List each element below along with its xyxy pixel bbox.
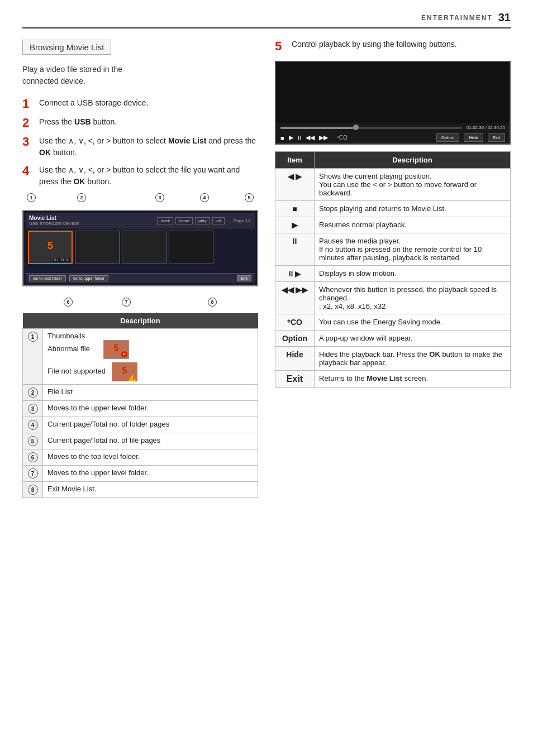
ml-page: Page 1/1 [234, 218, 251, 223]
desc-cell: Resumes normal playback. [315, 217, 511, 233]
table-row: 2 File List [23, 385, 258, 401]
step-3: 3 Use the ∧, ∨, <, or > button to select… [22, 135, 258, 159]
row-num: 6 [23, 449, 43, 466]
table-row: Option A pop-up window will appear. [275, 331, 511, 347]
ann-3: 3 [155, 193, 164, 202]
step-5-num: 5 [275, 40, 287, 53]
item-description-table: Item Description ◀ ▶ Shows the current p… [275, 151, 511, 388]
ann-5: 5 [245, 193, 254, 202]
row-desc: Thumbnails Abnormal file 5 ✕ File not su… [43, 329, 258, 385]
item-cell: ᵉCO [275, 314, 315, 331]
table-row: Hide Hides the playback bar. Press the O… [275, 347, 511, 371]
item-cell: ▶ [275, 217, 315, 233]
player-eco-btn[interactable]: ᵉCO [337, 135, 348, 141]
desc-cell: Displays in slow motion. [315, 266, 511, 282]
intro-text: Play a video file stored in the connecte… [22, 64, 258, 87]
desc-cell: Shows the current playing position.You c… [315, 169, 511, 201]
col-item: Item [275, 152, 315, 169]
item-cell: II ▶ [275, 266, 315, 282]
step-5: 5 Control playback by using the followin… [275, 40, 511, 53]
top-annotations: 1 2 3 4 5 [22, 193, 258, 203]
player-exit-btn[interactable]: Exit [488, 133, 505, 142]
ml-body: 5 01:30:10 [26, 228, 255, 273]
player-time: 01:02:30 / 02:30:25 [467, 125, 505, 130]
description-table: Description 1 Thumbnails Abnormal file 5… [22, 313, 258, 498]
ann-8: 8 [208, 298, 217, 307]
ml-tabs: back close play vid [157, 217, 225, 224]
thumb-abnormal: 5 ✕ [103, 340, 129, 359]
item-table-body: ◀ ▶ Shows the current playing position.Y… [275, 169, 511, 388]
item-cell: Option [275, 331, 315, 347]
player-pause-btn[interactable]: II [298, 135, 301, 141]
item-cell: II [275, 233, 315, 266]
ml-tab-back: back [157, 217, 173, 224]
ann-1: 1 [27, 193, 36, 202]
table-row: 1 Thumbnails Abnormal file 5 ✕ File not … [23, 329, 258, 385]
step-5-text: Control playback by using the following … [292, 40, 457, 49]
player-bottom-bar: ■ ▶ II ◀◀ ▶▶ ᵉCO Option Hide Exit [276, 132, 510, 143]
ml-thumb-time: 01:30:10 [53, 258, 70, 262]
row-num: 5 [23, 433, 43, 449]
ann-6: 6 [64, 298, 73, 307]
ml-btn-goto-next[interactable]: Go to next folder [29, 275, 66, 281]
main-content: Browsing Movie List Play a video file st… [22, 40, 511, 498]
movie-list-ui: Movie List USB STORAGE DEVICE back close… [22, 210, 258, 286]
player-hide-btn[interactable]: Hide [464, 133, 483, 142]
ml-thumb-2 [75, 231, 120, 264]
page-header: ENTERTAINMENT 31 [22, 11, 511, 28]
step-2-text: Press the USB button. [39, 116, 117, 128]
player-ffw-btn[interactable]: ▶▶ [319, 134, 328, 141]
step-1-num: 1 [22, 97, 35, 111]
player-progress-thumb [353, 125, 359, 130]
section-label: ENTERTAINMENT [421, 14, 493, 22]
player-screen [276, 62, 510, 123]
step-4-text: Use the ∧, ∨, <, or > button to select t… [39, 164, 258, 188]
player-option-btn[interactable]: Option [436, 133, 460, 142]
item-cell: Hide [275, 347, 315, 371]
player-play-btn[interactable]: ▶ [289, 134, 293, 141]
desc-cell: You can use the Energy Saving mode. [315, 314, 511, 331]
ann-2: 2 [77, 193, 86, 202]
ann-4: 4 [200, 193, 209, 202]
thumb-not-supported: 5 ! [112, 362, 137, 381]
table-row: 8 Exit Movie List. [23, 482, 258, 498]
row-desc: File List [43, 385, 258, 401]
item-cell: ◀◀ ▶▶ [275, 282, 315, 314]
table-row: 6 Moves to the top level folder. [23, 449, 258, 466]
row-num: 2 [23, 385, 43, 401]
ml-thumb-3 [122, 231, 166, 264]
player-progress-fill [280, 127, 353, 129]
row-desc: Current page/Total no. of folder pages [43, 417, 258, 433]
col-desc: Description [315, 152, 511, 169]
desc-cell: Hides the playback bar. Press the OK but… [315, 347, 511, 371]
player-stop-btn[interactable]: ■ [280, 135, 284, 141]
page-number: 31 [498, 11, 511, 24]
item-cell: Exit [275, 371, 315, 388]
desc-cell: Pauses the media player.If no button is … [315, 233, 511, 266]
table-row: 4 Current page/Total no. of folder pages [23, 417, 258, 433]
ml-btn-goto-upper[interactable]: Go to upper folder [69, 275, 108, 281]
row-num: 8 [23, 482, 43, 498]
ml-btn-exit[interactable]: Exit [237, 275, 251, 281]
row-num: 4 [23, 417, 43, 433]
ml-thumb-selected: 5 01:30:10 [28, 231, 73, 264]
row-desc: Moves to the upper level folder. [43, 401, 258, 417]
row-desc: Moves to the top level folder. [43, 449, 258, 466]
ml-tab-vid: vid [212, 217, 225, 224]
step-4-num: 4 [22, 164, 35, 178]
item-cell: ◀ ▶ [275, 169, 315, 201]
ml-tab-close: close [175, 217, 193, 224]
table-row: ◀◀ ▶▶ Whenever this button is pressed, t… [275, 282, 511, 314]
desc-cell: A pop-up window will appear. [315, 331, 511, 347]
player-rew-btn[interactable]: ◀◀ [306, 134, 315, 141]
table-row: 5 Current page/Total no. of file pages [23, 433, 258, 449]
player-progress-row: 01:02:30 / 02:30:25 [276, 123, 510, 132]
table-row: 3 Moves to the upper level folder. [23, 401, 258, 417]
desc-table-header: Description [23, 313, 258, 329]
step-1: 1 Connect a USB storage device. [22, 97, 258, 111]
right-column: 5 Control playback by using the followin… [275, 40, 511, 498]
step-2: 2 Press the USB button. [22, 116, 258, 130]
ml-empty [216, 231, 253, 271]
table-row: ▶ Resumes normal playback. [275, 217, 511, 233]
step-2-num: 2 [22, 116, 35, 130]
